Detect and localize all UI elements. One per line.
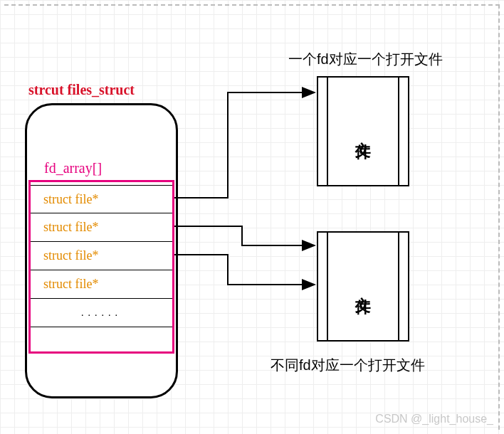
struct-title: strcut files_struct xyxy=(28,82,135,98)
file2-label: 文件 xyxy=(327,231,399,342)
watermark: CSDN @_light_house_ xyxy=(375,413,493,425)
fd-row-3: struct file* xyxy=(31,270,172,299)
fd-row-0: struct file* xyxy=(31,185,172,213)
caption-top: 一个fd对应一个打开文件 xyxy=(288,50,443,69)
fd-array-label: fd_array[] xyxy=(44,160,102,176)
fd-row-last xyxy=(31,327,172,349)
caption-bottom: 不同fd对应一个打开文件 xyxy=(271,356,425,375)
fd-row-1: struct file* xyxy=(31,213,172,242)
file1-label: 文件 xyxy=(327,76,399,186)
fd-row-2: struct file* xyxy=(31,242,172,270)
file-box-2: 文件 xyxy=(317,231,409,342)
fd-array: struct file* struct file* struct file* s… xyxy=(28,180,174,354)
fd-row-dots: ...... xyxy=(31,299,172,327)
file-box-1: 文件 xyxy=(317,76,409,186)
